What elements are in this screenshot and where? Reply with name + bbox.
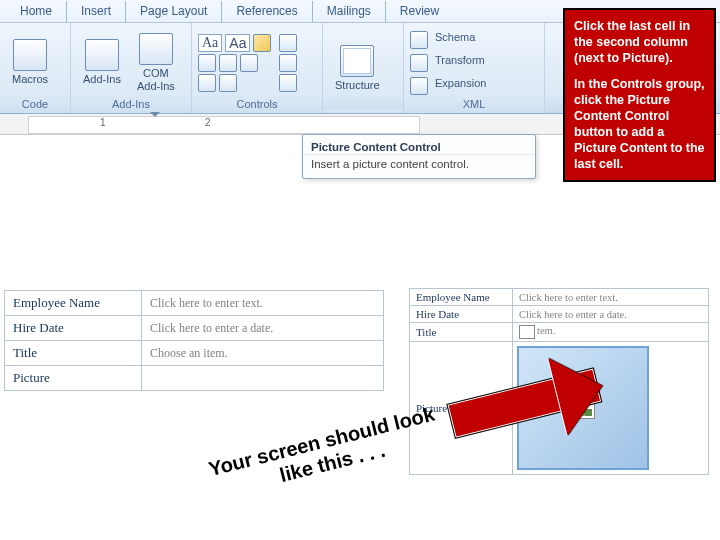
cell-value-hiredate[interactable]: Click here to enter a date. (513, 306, 709, 323)
cell-value-employee[interactable]: Click here to enter text. (513, 289, 709, 306)
addins-button[interactable]: Add-Ins (77, 37, 127, 87)
group-code: Macros Code (0, 23, 71, 113)
expansion-button[interactable]: Expansion (410, 77, 486, 95)
table-row: Employee Name Click here to enter text. (410, 289, 709, 306)
schema-icon (410, 31, 428, 49)
transform-icon (410, 54, 428, 72)
picture-content-control-button[interactable] (253, 34, 271, 52)
group-button[interactable] (279, 74, 297, 92)
addins-icon (85, 39, 119, 71)
table-row: Employee Name Click here to enter text. (5, 291, 384, 316)
rich-text-control-button[interactable]: Aa (198, 34, 222, 52)
transformation-button[interactable]: Transform (410, 54, 486, 72)
structure-label: Structure (335, 79, 380, 91)
structure-icon (340, 45, 374, 77)
cell-label-employee[interactable]: Employee Name (5, 291, 142, 316)
cell-value-title[interactable]: tem. (513, 323, 709, 342)
cell-value-hiredate[interactable]: Click here to enter a date. (142, 316, 384, 341)
tab-insert[interactable]: Insert (66, 1, 125, 22)
macros-label: Macros (12, 73, 48, 85)
cell-label-hiredate[interactable]: Hire Date (410, 306, 513, 323)
addins-label: Add-Ins (83, 73, 121, 85)
schema-label: Schema (435, 31, 475, 49)
group-structure: Structure (323, 23, 404, 113)
tab-page-layout[interactable]: Page Layout (125, 1, 221, 22)
cell-value-picture[interactable] (142, 366, 384, 391)
combo-box-control-button[interactable] (198, 54, 216, 72)
group-structure-label (323, 110, 403, 113)
cell-label-title[interactable]: Title (5, 341, 142, 366)
tab-review[interactable]: Review (385, 1, 453, 22)
date-picker-control-button[interactable] (240, 54, 258, 72)
com-addins-icon (139, 33, 173, 65)
properties-button[interactable] (279, 54, 297, 72)
group-xml-label: XML (404, 98, 544, 113)
cell-value-employee[interactable]: Click here to enter text. (142, 291, 384, 316)
cell-label-employee[interactable]: Employee Name (410, 289, 513, 306)
cell-label-title[interactable]: Title (410, 323, 513, 342)
tab-home[interactable]: Home (6, 1, 66, 22)
picture-icon (519, 325, 535, 339)
ruler-mark-1: 1 (100, 117, 106, 128)
document-table-before: Employee Name Click here to enter text. … (4, 290, 384, 391)
table-row: Title Choose an item. (5, 341, 384, 366)
callout-step-1: Click the last cell in the second column… (574, 18, 705, 66)
ruler-mark-2: 2 (205, 117, 211, 128)
group-controls: Aa Aa Controls (192, 23, 323, 113)
table-row: Hire Date Click here to enter a date. (5, 316, 384, 341)
callout-step-2: In the Controls group, click the Picture… (574, 76, 705, 172)
macros-icon (13, 39, 47, 71)
cell-label-picture[interactable]: Picture (5, 366, 142, 391)
group-code-label: Code (0, 98, 70, 113)
annotation-text: Your screen should look like this . . . (206, 401, 448, 503)
schema-button[interactable]: Schema (410, 31, 486, 49)
group-xml: Schema Transform Expansion XML (404, 23, 545, 113)
design-mode-button[interactable] (279, 34, 297, 52)
tooltip-picture-content-control: Picture Content Control Insert a picture… (302, 134, 536, 179)
dropdown-control-button[interactable] (219, 54, 237, 72)
legacy-tools-button[interactable] (219, 74, 237, 92)
transform-label: Transform (435, 54, 485, 72)
instruction-callout: Click the last cell in the second column… (563, 8, 716, 182)
plain-text-control-button[interactable]: Aa (225, 34, 250, 52)
tab-references[interactable]: References (221, 1, 311, 22)
tab-mailings[interactable]: Mailings (312, 1, 385, 22)
tooltip-body: Insert a picture content control. (303, 154, 535, 178)
cell-label-hiredate[interactable]: Hire Date (5, 316, 142, 341)
group-addins-label: Add-Ins (71, 98, 191, 113)
table-row: Picture (5, 366, 384, 391)
macros-button[interactable]: Macros (6, 37, 54, 87)
group-addins: Add-Ins COM Add-Ins Add-Ins (71, 23, 192, 113)
building-block-control-button[interactable] (198, 74, 216, 92)
group-controls-label: Controls (192, 98, 322, 113)
indent-marker[interactable] (150, 112, 160, 122)
expansion-icon (410, 77, 428, 95)
com-addins-button[interactable]: COM Add-Ins (131, 31, 181, 93)
com-addins-label: COM Add-Ins (137, 67, 175, 91)
table-row: Title tem. (410, 323, 709, 342)
cell-value-title[interactable]: Choose an item. (142, 341, 384, 366)
table-row: Hire Date Click here to enter a date. (410, 306, 709, 323)
tooltip-title: Picture Content Control (303, 135, 535, 154)
expansion-label: Expansion (435, 77, 486, 95)
structure-button[interactable]: Structure (329, 43, 386, 93)
